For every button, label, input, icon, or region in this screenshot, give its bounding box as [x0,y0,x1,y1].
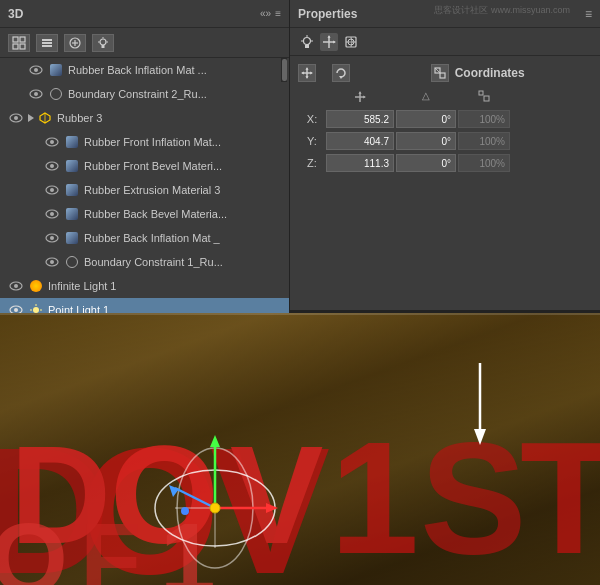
prop-icon-3d[interactable] [342,33,360,51]
svg-point-33 [50,236,54,240]
expand-arrow-icon[interactable] [28,114,34,122]
prop-icons-row [290,28,600,56]
infinite-light-icon [28,278,44,294]
svg-rect-72 [479,91,483,95]
layer-rubber-back-inflation-mat[interactable]: Rubber Back Inflation Mat _ [0,226,289,250]
coord-title-row: Coordinates [298,64,592,82]
panel-resize-icon[interactable]: «» [260,8,271,19]
panel-properties: Properties ≡ [290,0,600,310]
layer-rubber-front-bevel[interactable]: Rubber Front Bevel Materi... [0,154,289,178]
svg-marker-70 [359,91,362,94]
svg-text:S: S [420,408,527,585]
toolbar-btn-light[interactable] [92,34,114,52]
svg-marker-60 [306,67,309,70]
layer-name: Rubber Front Inflation Mat... [84,136,285,148]
svg-marker-63 [301,72,304,75]
viewport-top-border [0,313,600,315]
constraint-icon [48,86,64,102]
coord-scale-icon [431,64,449,82]
z-rotation-input[interactable] [396,154,456,172]
group-icon [37,110,53,126]
y-rotation-input[interactable] [396,132,456,150]
svg-rect-1 [20,37,25,42]
svg-marker-61 [310,72,313,75]
constraint-icon [64,254,80,270]
x-rotation-input[interactable] [396,110,456,128]
layer-rubber3-group[interactable]: Rubber 3 [0,106,289,130]
prop-icon-coordinates[interactable] [320,33,338,51]
svg-point-19 [34,92,38,96]
layer-rubber-back-bevel[interactable]: Rubber Back Bevel Materia... [0,202,289,226]
layer-name: Infinite Light 1 [48,280,285,292]
layer-rubber-back-inflation-top[interactable]: Rubber Back Inflation Mat ... [0,58,289,82]
layer-infinite-light-1[interactable]: Infinite Light 1 [0,274,289,298]
svg-point-10 [100,39,106,45]
layer-boundary-constraint-1[interactable]: Boundary Constraint 1_Ru... [0,250,289,274]
svg-text:O: O [0,502,68,585]
svg-marker-53 [328,35,331,38]
layer-rubber-extrusion-material-3[interactable]: Rubber Extrusion Material 3 [0,178,289,202]
visibility-eye[interactable] [8,278,24,294]
svg-text:1: 1 [160,502,216,585]
viewport-section[interactable]: D O V D O V 1 S T O F 1 [0,313,600,585]
layer-name: Rubber Back Bevel Materia... [84,208,285,220]
svg-marker-62 [306,76,309,79]
svg-point-31 [50,212,54,216]
svg-point-96 [210,503,220,513]
layer-rubber-front-inflation[interactable]: Rubber Front Inflation Mat... [0,130,289,154]
svg-text:T: T [520,408,600,585]
toolbar-btn-grid[interactable] [8,34,30,52]
svg-rect-0 [13,37,18,42]
x-axis-label: X: [300,113,324,125]
svg-point-27 [50,164,54,168]
viewport-3d-letters: D O V D O V 1 S T O F 1 [0,313,600,585]
svg-rect-66 [440,73,445,78]
layers-container: Rubber Back Inflation Mat ... Boundary C… [0,58,289,322]
layer-name: Rubber Extrusion Material 3 [84,184,285,196]
z-position-input[interactable] [326,154,394,172]
coord-rotate-icon [332,64,350,82]
svg-rect-5 [42,42,52,44]
layer-name: Rubber 3 [57,112,285,124]
visibility-eye[interactable] [28,62,44,78]
svg-marker-54 [333,40,336,43]
visibility-eye[interactable] [44,158,60,174]
svg-rect-50 [305,44,309,48]
x-scale-input[interactable] [458,110,510,128]
visibility-eye[interactable] [44,230,60,246]
prop-icon-light[interactable] [298,33,316,51]
material-icon [64,206,80,222]
svg-point-39 [14,308,18,312]
coord-x-row: X: [298,110,592,128]
svg-rect-6 [42,45,52,47]
y-scale-input[interactable] [458,132,510,150]
panel-3d-title: 3D [8,7,23,21]
material-icon [64,158,80,174]
visibility-eye[interactable] [44,182,60,198]
svg-rect-73 [484,96,489,101]
panel-properties-menu-icon[interactable]: ≡ [585,7,592,21]
panel-menu-icon[interactable]: ≡ [275,8,281,19]
material-icon [64,230,80,246]
svg-point-21 [14,116,18,120]
layer-boundary-constraint-2[interactable]: Boundary Constraint 2_Ru... [0,82,289,106]
visibility-eye[interactable] [44,254,60,270]
visibility-eye[interactable] [44,206,60,222]
y-position-input[interactable] [326,132,394,150]
layer-name: Boundary Constraint 2_Ru... [68,88,285,100]
toolbar-btn-add[interactable] [64,34,86,52]
y-axis-label: Y: [300,135,324,147]
x-position-input[interactable] [326,110,394,128]
z-scale-input[interactable] [458,154,510,172]
svg-marker-71 [363,96,366,99]
svg-point-25 [50,140,54,144]
layer-name: Rubber Back Inflation Mat ... [68,64,285,76]
toolbar-btn-layers[interactable] [36,34,58,52]
panel-3d-header-icons: «» ≡ [260,8,281,19]
panel-3d-toolbar [0,28,289,58]
visibility-eye[interactable] [28,86,44,102]
visibility-eye[interactable] [8,110,24,126]
svg-rect-4 [42,39,52,41]
visibility-eye[interactable] [44,134,60,150]
col-header-empty [300,90,324,106]
